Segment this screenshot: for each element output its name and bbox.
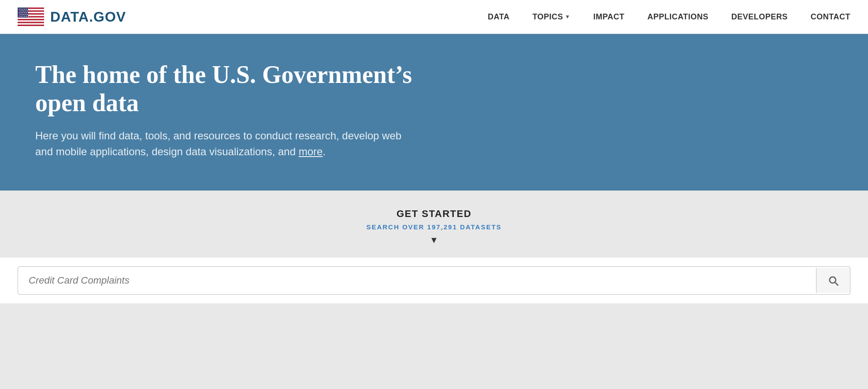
dataset-count: 197,291 [427,223,457,231]
search-icon [827,274,839,287]
nav-item-applications[interactable]: APPLICATIONS [647,12,708,22]
site-logo-text: DATA.GOV [50,9,126,25]
hero-section: The home of the U.S. Government’s open d… [0,34,868,191]
hero-subtitle-text2: . [323,146,326,157]
search-bar [18,266,850,295]
hero-subtitle: Here you will find data, tools, and reso… [35,128,419,160]
logo-area[interactable]: ★★★★★★ ★★★★★ ★★★★★★ ★★★★★ ★★★★★★ DATA.GO… [18,7,126,26]
get-started-section: GET STARTED SEARCH OVER 197,291 DATASETS… [0,191,868,258]
search-container [0,258,868,303]
site-header: ★★★★★★ ★★★★★ ★★★★★★ ★★★★★ ★★★★★★ DATA.GO… [0,0,868,34]
svg-rect-6 [18,23,44,25]
us-flag-icon: ★★★★★★ ★★★★★ ★★★★★★ ★★★★★ ★★★★★★ [18,7,44,26]
nav-item-data[interactable]: DATA [488,12,509,22]
nav-item-topics[interactable]: TOPICS ▼ [532,12,570,22]
nav-item-impact[interactable]: IMPACT [593,12,624,22]
search-input[interactable] [18,267,816,294]
nav-item-contact[interactable]: CONTACT [811,12,850,22]
search-button[interactable] [816,268,850,293]
topics-dropdown-arrow: ▼ [565,14,570,20]
down-arrow-icon: ▼ [430,235,438,245]
svg-text:★★★★★★: ★★★★★★ [19,15,29,17]
hero-subtitle-text1: Here you will find data, tools, and reso… [35,130,401,157]
search-over-label: SEARCH OVER 197,291 DATASETS [366,223,501,231]
hero-more-link[interactable]: more [299,146,323,157]
get-started-heading: GET STARTED [397,208,471,220]
svg-rect-4 [18,18,44,19]
svg-rect-5 [18,20,44,22]
hero-title: The home of the U.S. Government’s open d… [35,60,432,117]
nav-item-developers[interactable]: DEVELOPERS [731,12,788,22]
main-nav: DATA TOPICS ▼ IMPACT APPLICATIONS DEVELO… [488,12,850,22]
